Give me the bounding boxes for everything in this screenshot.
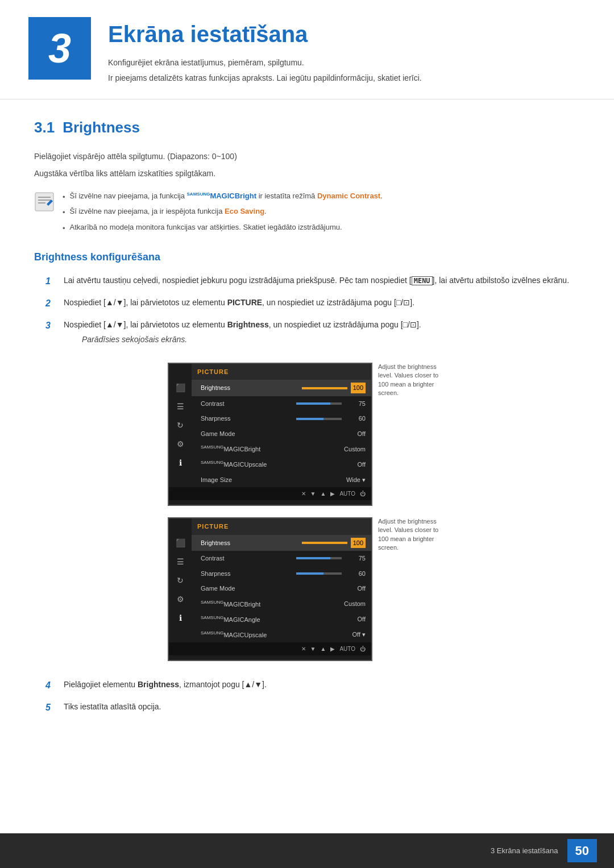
step-3: 3 Nospiediet [▲/▼], lai pārvietotos uz e… [45,318,580,351]
monitor-2-wrapper: ⬛ ☰ ↻ ⚙ ℹ PICTURE Brightness [168,517,446,661]
monitor-1-bottom-bar: ✕ ▼ ▲ ▶ AUTO ⏻ [169,487,371,500]
note-icon [34,192,55,212]
chapter-title: Ekrāna iestatīšana [108,17,422,51]
note-block: • Šī izvēlne nav pieejama, ja funkcija S… [34,190,580,234]
monitor-1: ⬛ ☰ ↻ ⚙ ℹ PICTURE Brightness [168,363,372,506]
note-line-2: • Šī izvēlne nav pieejama, ja ir iespējo… [63,206,383,218]
monitor-1-wrapper: ⬛ ☰ ↻ ⚙ ℹ PICTURE Brightness [168,363,446,506]
monitor-2-bottom-bar: ✕ ▼ ▲ ▶ AUTO ⏻ [169,642,371,655]
monitor-2-item-contrast: Contrast 75 [192,551,371,566]
monitor-2-annotation: Adjust the brightness level. Values clos… [378,517,446,553]
monitor-1-item-gamemode: Game Mode Off [192,426,371,442]
monitor-2-item-magicbright: SAMSUNGMAGICBright Custom [192,596,371,612]
footer-page: 50 [567,839,597,862]
step-4: 4 Pielāgojiet elementu Brightness, izman… [45,678,580,692]
step-2: 2 Nospiediet [▲/▼], lai pārvietotos uz e… [45,296,580,310]
monitor-2-item-sharpness: Sharpness 60 [192,566,371,582]
chapter-header: 3 Ekrāna iestatīšana Konfigurējiet ekrān… [0,0,614,99]
step-5-text: Tiks iestatīta atlasītā opcija. [64,700,161,713]
monitor-1-item-magicbright: SAMSUNGMAGICBright Custom [192,441,371,456]
sidebar-icon-5: ℹ [179,457,182,469]
step-5: 5 Tiks iestatīta atlasītā opcija. [45,700,580,715]
monitor-2-item-magicupscale: SAMSUNGMAGICUpscale Off ▾ [192,627,371,642]
section-desc2: Augstāka vērtība liks attēlam izskatītie… [34,167,580,180]
monitor-2-sidebar-icon-3: ↻ [177,575,184,587]
monitor-2-sidebar-icon-4: ⚙ [177,593,184,605]
screenshots-container: ⬛ ☰ ↻ ⚙ ℹ PICTURE Brightness [34,363,580,661]
monitor-1-item-magicupscale: SAMSUNGMAGICUpscale Off [192,456,371,472]
sidebar-icon-4: ⚙ [177,438,184,450]
monitor-2-sidebar: ⬛ ☰ ↻ ⚙ ℹ [169,518,192,642]
steps-list: 1 Lai atvērtu taustiņu ceļvedi, nospiedi… [45,274,580,351]
note-line-1: • Šī izvēlne nav pieejama, ja funkcija S… [63,190,383,203]
sidebar-icon-2: ☰ [177,401,184,413]
monitor-1-item-contrast: Contrast 75 [192,396,371,412]
sidebar-icon-1: ⬛ [176,382,185,394]
note-lines: • Šī izvēlne nav pieejama, ja funkcija S… [63,190,383,234]
monitor-2-sidebar-icon-5: ℹ [179,612,182,624]
subsection-311-title: Brightness konfigurēšana [34,250,580,265]
sidebar-icon-3: ↻ [177,420,184,431]
main-content: 3.1 Brightness Pielāgojiet vispārējo att… [0,117,614,757]
monitor-1-sidebar: ⬛ ☰ ↻ ⚙ ℹ [169,364,192,487]
monitor-1-item-imagesize: Image Size Wide ▾ [192,472,371,488]
section-31-number: 3.1 [34,117,55,139]
steps-list-2: 4 Pielāgojiet elementu Brightness, izman… [45,678,580,715]
chapter-desc2: Ir pieejams detalizēts katras funkcijas … [108,72,422,84]
monitor-1-annotation: Adjust the brightness level. Values clos… [378,363,446,398]
monitor-2-sidebar-icon-1: ⬛ [176,537,185,549]
page-footer: 3 Ekrāna iestatīšana 50 [0,833,614,868]
step-1: 1 Lai atvērtu taustiņu ceļvedi, nospiedi… [45,274,580,288]
chapter-number: 3 [28,17,91,80]
note-line-3: • Atkarībā no modeļa monitora funkcijas … [63,222,383,234]
monitor-1-item-sharpness: Sharpness 60 [192,411,371,426]
footer-text: 3 Ekrāna iestatīšana [491,845,558,857]
monitor-2-items: Brightness 100 Contrast 75 [192,535,371,642]
monitor-2-header: PICTURE [192,518,371,535]
step-3-subnote: Parādīsies sekojošais ekrāns. [82,334,421,346]
monitor-1-items: Brightness 100 Contrast 75 [192,380,371,487]
chapter-desc1: Konfigurējiet ekrāna iestatījumus, piemē… [108,57,422,69]
monitor-2: ⬛ ☰ ↻ ⚙ ℹ PICTURE Brightness [168,517,372,661]
monitor-1-header: PICTURE [192,364,371,380]
section-31-title: Brightness [63,117,140,139]
monitor-1-item-brightness: Brightness 100 [192,380,371,396]
section-31-header: 3.1 Brightness [34,117,580,139]
monitor-2-item-brightness: Brightness 100 [192,535,371,551]
monitor-2-item-magicangle: SAMSUNGMAGICAngle Off [192,612,371,627]
monitor-2-item-gamemode: Game Mode Off [192,581,371,596]
section-desc1: Pielāgojiet vispārējo attēla spilgtumu. … [34,150,580,163]
chapter-title-block: Ekrāna iestatīšana Konfigurējiet ekrāna … [108,17,422,88]
monitor-2-sidebar-icon-2: ☰ [177,556,184,568]
